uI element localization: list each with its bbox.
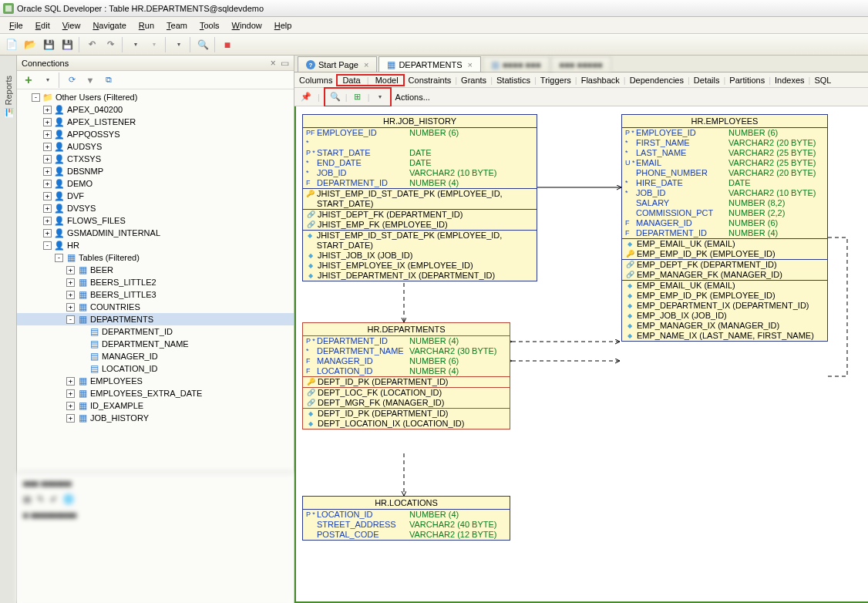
tree-node[interactable]: +BEERS_LITTLE2 <box>17 276 294 288</box>
tree-toggle-icon[interactable]: + <box>43 192 52 200</box>
menu-view[interactable]: View <box>58 19 86 32</box>
close-icon[interactable]: × <box>468 60 473 69</box>
tree-toggle-icon[interactable]: + <box>43 106 52 114</box>
subtab-indexes[interactable]: Indexes <box>772 74 808 86</box>
tree-node[interactable]: LOCATION_ID <box>17 362 294 375</box>
redo-button[interactable] <box>102 36 119 53</box>
open-button[interactable] <box>22 36 39 53</box>
tree-node[interactable]: -Other Users (Filtered) <box>17 91 294 103</box>
tree-toggle-icon[interactable]: + <box>43 143 52 151</box>
tree-node[interactable]: +GSMADMIN_INTERNAL <box>17 227 294 239</box>
tree-toggle-icon[interactable]: + <box>66 377 75 386</box>
entity-locations[interactable]: HR.LOCATIONSP *LOCATION_IDNUMBER (4)STRE… <box>302 496 510 541</box>
tree-node[interactable]: -Tables (Filtered) <box>17 251 294 264</box>
new-connection-button[interactable]: + <box>20 72 37 89</box>
filter-icon[interactable]: ▼ <box>82 72 99 89</box>
subtab-model[interactable]: Model <box>372 74 402 86</box>
tree-node[interactable]: +BEER <box>17 264 294 276</box>
entity-employees[interactable]: HR.EMPLOYEESP *EMPLOYEE_IDNUMBER (6) *FI… <box>621 114 828 342</box>
menu-file[interactable]: File <box>5 19 28 32</box>
subtab-statistics[interactable]: Statistics <box>493 74 533 86</box>
tree-toggle-icon[interactable]: + <box>43 217 52 225</box>
subtab-grants[interactable]: Grants <box>458 74 490 86</box>
tree-toggle-icon[interactable]: + <box>66 266 75 275</box>
diagram-icon[interactable]: ⊞ <box>349 89 366 106</box>
tab-departments[interactable]: DEPARTMENTS× <box>378 56 481 72</box>
menu-tools[interactable]: Tools <box>195 19 224 32</box>
new-button[interactable] <box>3 36 20 53</box>
subtab-triggers[interactable]: Triggers <box>537 74 574 86</box>
tree-toggle-icon[interactable]: + <box>66 414 75 423</box>
tab-start-page[interactable]: Start Page× <box>298 56 377 72</box>
tree-toggle-icon[interactable]: + <box>66 278 75 287</box>
tree-node[interactable]: +DBSNMP <box>17 165 294 177</box>
sql-worksheet-button[interactable] <box>170 36 187 53</box>
tns-icon[interactable]: ⧉ <box>100 72 117 89</box>
tree-node[interactable]: +JOB_HISTORY <box>17 412 294 424</box>
tree-toggle-icon[interactable]: - <box>43 241 52 250</box>
menu-window[interactable]: Window <box>227 19 267 32</box>
tree-node[interactable]: +COUNTRIES <box>17 301 294 313</box>
tree-node[interactable]: +CTXSYS <box>17 153 294 165</box>
zoom-icon[interactable]: 🔍 <box>327 89 344 106</box>
menu-team[interactable]: Team <box>162 19 192 32</box>
tree-node[interactable]: +AUDSYS <box>17 140 294 153</box>
tree-toggle-icon[interactable]: + <box>66 389 75 398</box>
tree-node[interactable]: +EMPLOYEES_EXTRA_DATE <box>17 387 294 399</box>
menu-help[interactable]: Help <box>270 19 297 32</box>
tree-toggle-icon[interactable]: + <box>43 155 52 163</box>
save-button[interactable] <box>40 36 57 53</box>
tree-node[interactable]: +DVSYS <box>17 202 294 214</box>
entity-job-history[interactable]: HR.JOB_HISTORYPF *EMPLOYEE_IDNUMBER (6)P… <box>302 114 537 281</box>
reports-tab[interactable]: 📊Reports <box>2 71 15 123</box>
entity-departments[interactable]: HR.DEPARTMENTSP *DEPARTMENT_IDNUMBER (4)… <box>302 322 510 430</box>
tree-toggle-icon[interactable]: + <box>43 130 52 139</box>
subtab-details[interactable]: Details <box>691 74 723 86</box>
pin-icon[interactable]: 📌 <box>298 89 315 106</box>
tab-ghost2[interactable]: ■■■ ■■■■■ <box>551 56 611 72</box>
actions-link[interactable]: Actions... <box>395 93 430 102</box>
tree-node[interactable]: +FLOWS_FILES <box>17 214 294 227</box>
tree-toggle-icon[interactable]: - <box>32 93 40 102</box>
tree-node[interactable]: +APPQOSSYS <box>17 128 294 140</box>
menubar[interactable]: File Edit View Navigate Run Team Tools W… <box>0 17 868 34</box>
subtab-constraints[interactable]: Constraints <box>405 74 455 86</box>
tree-toggle-icon[interactable]: + <box>43 204 52 213</box>
subtab-columns[interactable]: Columns <box>296 74 335 86</box>
menu-run[interactable]: Run <box>134 19 159 32</box>
subtab-partitions[interactable]: Partitions <box>726 74 768 86</box>
undo-button[interactable] <box>83 36 100 53</box>
arrow-down-icon[interactable] <box>372 89 389 106</box>
menu-navigate[interactable]: Navigate <box>88 19 130 32</box>
saveall-button[interactable] <box>59 36 76 53</box>
tree-toggle-icon[interactable]: - <box>55 254 63 262</box>
tree-node[interactable]: DEPARTMENT_ID <box>17 325 294 338</box>
subtab-flashback[interactable]: Flashback <box>578 74 623 86</box>
tree-node[interactable]: +EMPLOYEES <box>17 375 294 387</box>
tree-toggle-icon[interactable]: + <box>66 291 75 299</box>
tree-toggle-icon[interactable]: + <box>43 180 52 188</box>
tree-node[interactable]: -HR <box>17 239 294 251</box>
pane-minimize-icon[interactable]: ▭ <box>281 58 289 69</box>
tree-node[interactable]: DEPARTMENT_NAME <box>17 338 294 350</box>
pane-close-icon[interactable]: × <box>271 58 276 69</box>
subtab-dependencies[interactable]: Dependencies <box>627 74 687 86</box>
tree-toggle-icon[interactable]: + <box>43 118 52 126</box>
new-connection-dropdown[interactable] <box>39 72 56 89</box>
subtab-data[interactable]: Data <box>339 74 363 86</box>
find-button[interactable] <box>194 36 211 53</box>
tree-toggle-icon[interactable]: + <box>43 229 52 237</box>
tree-toggle-icon[interactable]: + <box>43 167 52 176</box>
close-icon[interactable]: × <box>364 60 368 69</box>
tree-node[interactable]: +APEX_040200 <box>17 103 294 116</box>
stop-button[interactable] <box>219 36 236 53</box>
connections-tree[interactable]: -Other Users (Filtered)+APEX_040200+APEX… <box>17 89 294 472</box>
back-button[interactable] <box>126 36 143 53</box>
tree-node[interactable]: +DEMO <box>17 177 294 190</box>
tree-node[interactable]: MANAGER_ID <box>17 350 294 362</box>
tree-toggle-icon[interactable]: - <box>66 315 75 324</box>
refresh-icon[interactable]: ⟳ <box>63 72 80 89</box>
forward-button[interactable] <box>145 36 162 53</box>
tree-node[interactable]: -DEPARTMENTS <box>17 313 294 325</box>
tab-ghost1[interactable]: ■■■■ ■■■ <box>483 56 550 72</box>
